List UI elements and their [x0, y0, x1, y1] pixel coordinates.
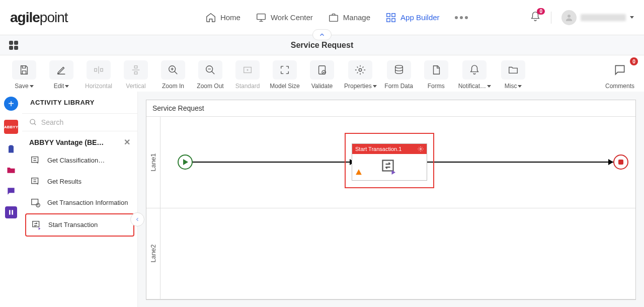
- lane-1[interactable]: Lane1 Start Transaction.1: [146, 117, 635, 208]
- canvas-activity-start-transaction[interactable]: Start Transaction.1: [352, 143, 427, 181]
- nav-workcenter[interactable]: Work Center: [256, 12, 313, 23]
- lanes: Lane1 Start Transaction.1: [146, 117, 635, 299]
- folder-rail-button[interactable]: [5, 164, 17, 176]
- svg-rect-28: [383, 161, 393, 171]
- lane-label: Lane1: [146, 117, 160, 208]
- zoom-in-icon: [168, 64, 179, 75]
- start-node[interactable]: [178, 155, 193, 170]
- briefcase-icon: [328, 12, 339, 23]
- category-header[interactable]: ABBYY Vantage (BE… ✕: [22, 131, 137, 150]
- svg-point-18: [395, 65, 403, 68]
- collapse-up-button[interactable]: [312, 29, 332, 40]
- sidebar-collapse-button[interactable]: [130, 212, 144, 226]
- vertical-button[interactable]: Vertical: [121, 60, 151, 90]
- abbyy-rail-button[interactable]: ABBYY: [4, 120, 18, 134]
- zoom-out-icon: [205, 64, 216, 75]
- nav-appbuilder[interactable]: App Builder: [385, 12, 440, 23]
- search-icon: [29, 118, 37, 127]
- activity-start-transaction[interactable]: Start Transaction: [25, 213, 134, 237]
- zoom-out-button[interactable]: Zoom Out: [195, 60, 225, 90]
- add-button[interactable]: +: [4, 97, 18, 111]
- lane-content[interactable]: Start Transaction.1: [160, 117, 635, 208]
- close-icon[interactable]: ✕: [124, 137, 130, 147]
- align-horizontal-icon: [93, 64, 104, 75]
- notifications-tb-button[interactable]: Notificat…: [458, 60, 491, 90]
- comments-button[interactable]: 0 Comments: [605, 60, 635, 90]
- activity-label: Start Transaction: [48, 221, 98, 229]
- end-node[interactable]: [613, 155, 628, 170]
- bell-icon: [469, 64, 480, 75]
- chat-rail-button[interactable]: [5, 185, 17, 197]
- main-area: + ABBYY ACTIVITY LIBRARY ABBYY Vantage (…: [0, 92, 644, 307]
- chevron-down-icon: [518, 85, 522, 88]
- validate-icon: [316, 64, 328, 75]
- model-size-button[interactable]: Model Size: [270, 60, 300, 90]
- form-data-button[interactable]: Form Data: [384, 60, 414, 90]
- lane-content[interactable]: [160, 208, 635, 299]
- category-label: ABBYY Vantage (BE…: [29, 138, 104, 146]
- lane-2[interactable]: Lane2: [146, 208, 635, 300]
- svg-rect-1: [330, 15, 338, 21]
- sidebar-title: ACTIVITY LIBRARY: [22, 92, 137, 113]
- save-icon: [19, 64, 30, 75]
- activity-icon: [29, 196, 42, 209]
- svg-rect-9: [134, 66, 137, 68]
- svg-rect-20: [12, 210, 13, 214]
- canvas-wrap: Service Request Lane1 Start Transaction.…: [138, 92, 644, 307]
- svg-point-21: [30, 119, 35, 124]
- nav-more[interactable]: [455, 16, 468, 19]
- activity-icon: [29, 175, 42, 188]
- avatar-icon: [561, 10, 577, 25]
- svg-point-27: [420, 148, 422, 150]
- standard-button[interactable]: Standard: [232, 60, 263, 90]
- username: [581, 14, 626, 21]
- forms-button[interactable]: Forms: [421, 60, 451, 90]
- logo-agile: agile: [10, 10, 40, 25]
- topnav-right: 0: [530, 10, 634, 25]
- logo: agilepoint: [10, 10, 68, 26]
- chevron-down-icon: [630, 16, 634, 19]
- nav-appbuilder-label: App Builder: [400, 13, 440, 22]
- properties-button[interactable]: Properties: [344, 60, 377, 90]
- nav-home[interactable]: Home: [205, 12, 240, 23]
- svg-point-14: [247, 69, 248, 70]
- misc-button[interactable]: Misc: [498, 60, 528, 90]
- database-icon: [393, 64, 405, 75]
- model-size-icon: [279, 64, 290, 75]
- save-button[interactable]: Save: [9, 60, 39, 90]
- document-title: Service Request: [291, 41, 354, 50]
- pause-rail-button[interactable]: [5, 206, 17, 218]
- horizontal-button[interactable]: Horizontal: [84, 60, 114, 90]
- activity-get-transaction-info[interactable]: Get Transaction Information: [25, 192, 134, 213]
- zoom-in-button[interactable]: Zoom In: [158, 60, 188, 90]
- nav-manage[interactable]: Manage: [328, 12, 370, 23]
- document-icon: [431, 64, 442, 75]
- svg-point-17: [359, 68, 362, 71]
- activity-get-classification[interactable]: Get Classification…: [25, 150, 134, 171]
- nav-workcenter-label: Work Center: [271, 13, 313, 22]
- apps-grid-button[interactable]: [9, 41, 18, 50]
- fit-standard-icon: [242, 64, 253, 75]
- chevron-left-icon: [134, 216, 140, 222]
- activity-library-sidebar: ACTIVITY LIBRARY ABBYY Vantage (BE… ✕ Ge…: [22, 92, 138, 307]
- svg-rect-23: [32, 178, 38, 184]
- notifications-button[interactable]: 0: [530, 11, 541, 24]
- svg-rect-19: [9, 210, 11, 214]
- svg-rect-22: [32, 157, 38, 163]
- canvas[interactable]: Service Request Lane1 Start Transaction.…: [146, 100, 636, 300]
- edit-button[interactable]: Edit: [46, 60, 76, 90]
- edit-icon: [56, 64, 67, 75]
- gear-icon[interactable]: [418, 146, 424, 152]
- search-input[interactable]: [41, 118, 130, 126]
- activity-header: Start Transaction.1: [352, 144, 427, 154]
- grid-icon: [385, 12, 396, 23]
- clipboard-rail-button[interactable]: [5, 143, 17, 155]
- home-icon: [205, 12, 216, 23]
- notifications-badge: 0: [537, 8, 545, 15]
- user-menu[interactable]: [561, 10, 634, 25]
- activity-label: Get Transaction Information: [47, 199, 128, 207]
- validate-button[interactable]: Validate: [307, 60, 337, 90]
- svg-rect-8: [101, 68, 103, 71]
- nav-manage-label: Manage: [343, 13, 370, 22]
- activity-get-results[interactable]: Get Results: [25, 171, 134, 192]
